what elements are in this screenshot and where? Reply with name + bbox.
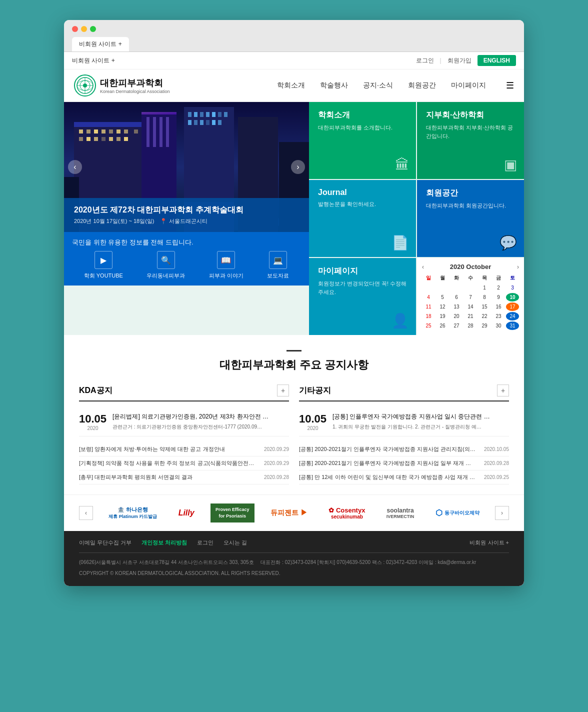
notice-other-headline[interactable]: [공통] 인플루엔자 국가예방접종 지원사업 일시 중단관련 … — [332, 412, 509, 421]
logo-svg — [76, 76, 94, 94]
hero-link-press[interactable]: 💻 보도자료 — [267, 251, 289, 280]
hamburger-icon[interactable]: ☰ — [506, 80, 514, 91]
cal-day-20[interactable]: 20 — [450, 312, 463, 320]
login-link[interactable]: 로그인 — [416, 56, 434, 65]
cal-day-26[interactable]: 26 — [436, 322, 449, 330]
cal-day-11[interactable]: 11 — [422, 302, 435, 311]
browser-tab[interactable]: 비회원 사이트 + — [72, 37, 129, 52]
story-icon: 📖 — [217, 251, 235, 269]
cal-day-2[interactable]: 2 — [492, 284, 505, 292]
cal-day-1[interactable]: 1 — [478, 284, 491, 292]
cal-day-21[interactable]: 21 — [464, 312, 477, 320]
footer-login[interactable]: 로그인 — [197, 539, 214, 546]
footer-no-email[interactable]: 이메일 무단수집 거부 — [79, 539, 132, 546]
hero-next-arrow[interactable]: › — [291, 160, 305, 174]
grid-about[interactable]: 학회소개 대한피부과학회를 소개합니다. 🏛 — [309, 102, 416, 179]
dot-red[interactable] — [72, 26, 78, 32]
notice-kda-item-1-text: [보령] 양환자에게 처방·투여하는 약제에 대한 공고 개정안내 — [79, 446, 225, 453]
sponsor-il[interactable]: Proven Efficacy for Psoriasis — [210, 504, 254, 522]
grid-branch-title: 지부회·산하학회 — [426, 110, 515, 120]
hero-date: 2020년 10월 17일(토) ~ 18일(일) — [74, 218, 154, 225]
cal-day-24[interactable]: 24 — [506, 312, 519, 320]
sponsor-soolantra[interactable]: soolantra IVERMECTIN — [382, 504, 420, 522]
dot-green[interactable] — [90, 26, 96, 32]
cal-day-3[interactable]: 3 — [506, 284, 519, 292]
notice-other-plus[interactable]: + — [497, 384, 509, 396]
cal-day-28[interactable]: 28 — [464, 322, 477, 330]
nav-news[interactable]: 공지·소식 — [363, 81, 393, 90]
footer-directions[interactable]: 오시는 길 — [224, 539, 247, 546]
cal-day-5[interactable]: 5 — [436, 293, 449, 302]
nav-events[interactable]: 학술행사 — [320, 81, 348, 90]
sponsor-hana[interactable]: 🏦 하나은행 제휴 Platinum 카드발급 — [104, 503, 162, 523]
browser-window: 비회원 사이트 + 비회원 사이트 + 로그인 | 회원가입 ENGLISH — [64, 20, 524, 586]
cal-day-13[interactable]: 13 — [450, 302, 463, 311]
member-site-link[interactable]: 비회원 사이트 + — [72, 56, 115, 65]
hero-link-story[interactable]: 📖 피부과 이야기 — [209, 251, 244, 280]
cal-day-9[interactable]: 9 — [492, 293, 505, 302]
cal-day-22[interactable]: 22 — [478, 312, 491, 320]
cal-day-29[interactable]: 29 — [478, 322, 491, 330]
calendar-prev[interactable]: ‹ — [422, 264, 424, 270]
sponsor-cosentyx[interactable]: ✿ Cosentyx secukinumab — [324, 504, 370, 522]
notice-kda-plus[interactable]: + — [277, 384, 289, 396]
notice-other-item-1[interactable]: [공통] 2020-2021절기 인플루엔자 국가예방접종 지원사업 관리지침(… — [299, 442, 509, 456]
cal-day-23[interactable]: 23 — [492, 312, 505, 320]
cal-day-14[interactable]: 14 — [464, 302, 477, 311]
cal-empty — [422, 284, 435, 292]
notice-kda-headline[interactable]: [윤리법제] 의료기관평가인증원, 2020년 제3차 환자안전 … — [112, 412, 289, 421]
grid-journal[interactable]: Journal 발행논문을 확인하세요. 📄 — [309, 180, 416, 257]
cal-day-15[interactable]: 15 — [478, 302, 491, 311]
notice-kda-sub: 관련근거 : 의료기관평가인증원 중앙환자안전센터-1777 (2020.09… — [112, 423, 289, 430]
nav-about[interactable]: 학회소개 — [277, 81, 305, 90]
calendar-next[interactable]: › — [517, 264, 519, 270]
notice-other-item-2[interactable]: [공통] 2020-2021절기 인플루엔자 국가예방접종 지원사업 일부 재개… — [299, 456, 509, 470]
footer-privacy[interactable]: 개인정보 처리방침 — [142, 539, 187, 546]
cal-day-6[interactable]: 6 — [450, 293, 463, 302]
grid-member-space[interactable]: 회원공간 대한피부과학회 회원공간입니다. 💬 — [417, 180, 524, 257]
svg-rect-39 — [224, 112, 228, 117]
cal-day-25[interactable]: 25 — [422, 322, 435, 330]
grid-mypage[interactable]: 마이페이지 회원정보가 변경되었다면 꼭! 수정해주세요. 👤 — [309, 258, 416, 335]
calendar-header: ‹ 2020 October › — [422, 263, 519, 270]
clinic-label: 우리동네피부과 — [146, 272, 185, 280]
cal-day-8[interactable]: 8 — [478, 293, 491, 302]
hero-prev-arrow[interactable]: ‹ — [68, 160, 82, 174]
english-button[interactable]: ENGLISH — [478, 55, 516, 66]
cal-day-30[interactable]: 30 — [492, 322, 505, 330]
sponsor-dong[interactable]: ⬡동구바이오제약 — [430, 505, 484, 520]
svg-rect-36 — [206, 112, 210, 117]
svg-rect-44 — [212, 120, 216, 125]
cal-day-31[interactable]: 31 — [506, 322, 519, 330]
notice-kda-item-3[interactable]: [총무] 대한피부과학회 평의원회 서면결의 결과 2020.09.28 — [79, 470, 289, 484]
notice-kda-item-2[interactable]: [기획정책] 의약품 적정 사용을 위한 주의 정보의 공고(식품의약품안전… … — [79, 456, 289, 470]
join-link[interactable]: 회원가입 — [448, 56, 472, 65]
cal-day-18[interactable]: 18 — [422, 312, 435, 320]
cal-day-27[interactable]: 27 — [450, 322, 463, 330]
cal-day-10[interactable]: 10 — [506, 293, 519, 302]
svg-rect-45 — [218, 120, 222, 125]
notice-other-item-3[interactable]: [공통] 만 12세 이하 어린이 및 임신부에 대한 국가 예방접종 사업 재… — [299, 470, 509, 484]
press-label: 보도자료 — [267, 272, 289, 280]
sponsor-lilly[interactable]: Lilly — [174, 506, 200, 520]
dot-yellow[interactable] — [81, 26, 87, 32]
cal-day-17[interactable]: 17 — [506, 302, 519, 311]
cal-day-19[interactable]: 19 — [436, 312, 449, 320]
cal-day-7[interactable]: 7 — [464, 293, 477, 302]
cal-day-12[interactable]: 12 — [436, 302, 449, 311]
footer-member-site[interactable]: 비회원 사이트 + — [470, 539, 509, 546]
cal-day-16[interactable]: 16 — [492, 302, 505, 311]
browser-dots — [72, 26, 516, 32]
notice-kda-item-1-date: 2020.09.29 — [264, 446, 289, 452]
hero-link-clinic[interactable]: 🔍 우리동네피부과 — [146, 251, 185, 280]
sponsor-dupixent[interactable]: 듀피젠트 ▶ — [266, 506, 312, 520]
nav-mypage[interactable]: 마이페이지 — [451, 81, 486, 90]
grid-branch[interactable]: 지부회·산하학회 대한피부과학회 지부회·산하학회 공간입니다. ▣ — [417, 102, 524, 179]
cal-empty — [450, 284, 463, 292]
sponsors-next[interactable]: › — [495, 506, 509, 520]
cal-day-4[interactable]: 4 — [422, 293, 435, 302]
notice-kda-item-1[interactable]: [보령] 양환자에게 처방·투여하는 약제에 대한 공고 개정안내 2020.0… — [79, 442, 289, 456]
nav-members[interactable]: 회원공간 — [408, 81, 436, 90]
hero-link-youtube[interactable]: ▶ 학회 YOUTUBE — [84, 251, 123, 280]
sponsors-prev[interactable]: ‹ — [79, 506, 93, 520]
